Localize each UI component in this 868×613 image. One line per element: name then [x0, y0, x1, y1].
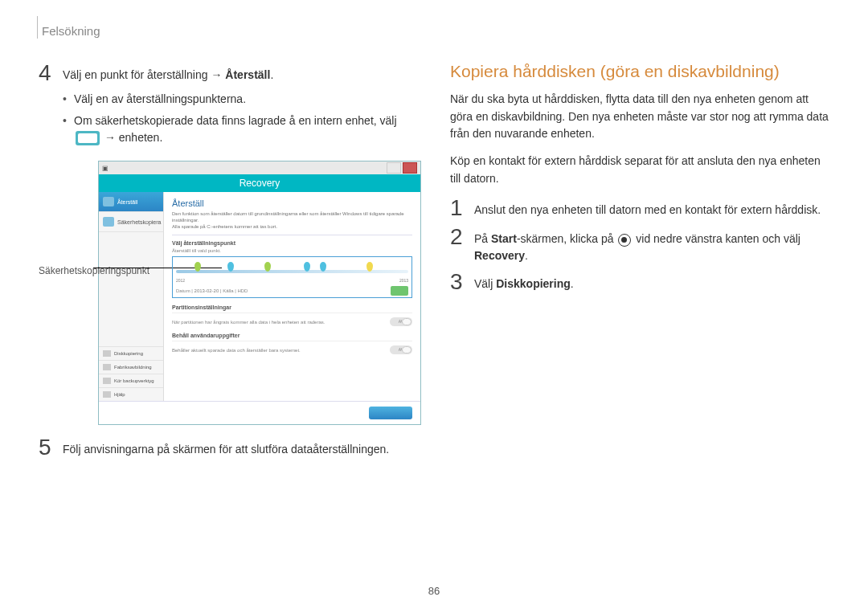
- keepdata-sub: Behåller aktuellt sparade data och åters…: [172, 348, 301, 353]
- main-desc: Den funktion som återställer datorn till…: [172, 211, 412, 235]
- callout-label: Säkerhetskopieringspunkt: [39, 265, 93, 276]
- para-1: När du ska byta ut hårddisken, flytta da…: [450, 91, 829, 143]
- keepdata-toggle[interactable]: AV: [390, 345, 412, 354]
- section-header: Felsökning: [39, 24, 829, 38]
- para-2: Köp en kontakt för extern hårddisk separ…: [450, 153, 829, 187]
- step-3-text: Välj Diskkopiering.: [474, 276, 574, 292]
- sidebar-backup[interactable]: Säkerhetskopiera: [99, 212, 163, 232]
- step-number-4: 4: [39, 62, 63, 84]
- window-titlebar: ▣: [99, 161, 420, 174]
- window-main: Återställ Den funktion som återställer d…: [164, 192, 420, 401]
- restore-pin-4[interactable]: [304, 262, 310, 272]
- step-number-3: 3: [450, 271, 474, 293]
- section-restore-point-sub: Återställl till vald punkt.: [172, 248, 412, 253]
- main-title: Återställ: [172, 198, 412, 208]
- sidebar-help[interactable]: Hjälp: [99, 387, 163, 401]
- partition-sub: När partitionen har ångrats kommer alla …: [172, 320, 325, 325]
- window-min-button[interactable]: [387, 162, 401, 174]
- window-close-button[interactable]: [403, 162, 417, 174]
- step-number-1: 1: [450, 197, 474, 219]
- section-header-text: Felsökning: [42, 24, 100, 38]
- step-number-5: 5: [39, 436, 63, 459]
- device-icon: [76, 131, 100, 145]
- restore-pin-5[interactable]: [320, 262, 326, 272]
- section-heading-disk-copy: Kopiera hårddisken (göra en diskavbildni…: [450, 62, 829, 81]
- start-button-icon: [618, 234, 631, 247]
- sidebar-diskcopy[interactable]: Diskkopiering: [99, 346, 163, 360]
- timeline-info: Datum | 2013-02-20 | Källa | HDD: [176, 288, 248, 293]
- bullet-icon: •: [63, 91, 74, 108]
- step-4-text: Välj en punkt för återställning → Återst…: [63, 67, 273, 84]
- sidebar-runbackup[interactable]: Kör backupverktyg: [99, 374, 163, 387]
- window-app-icon: ▣: [102, 165, 108, 172]
- partition-label: Partitionsinställningar: [172, 304, 412, 310]
- restore-pin-1[interactable]: [194, 262, 201, 272]
- restore-pin-2[interactable]: [227, 262, 234, 272]
- window-sidebar: Återställ Säkerhetskopiera Diskkopiering…: [99, 192, 164, 401]
- page-number: 86: [0, 585, 868, 597]
- partition-toggle[interactable]: AV: [390, 317, 412, 326]
- sidebar-factoryimage[interactable]: Fabriksavbildning: [99, 360, 163, 374]
- restore-confirm-button[interactable]: [369, 407, 412, 419]
- timeline-box: 2012 2013 Datum | 2013-02-20 | Källa | H…: [172, 256, 412, 298]
- bullet-icon: •: [63, 112, 74, 146]
- sub-bullet-2: Om säkerhetskopierade data finns lagrade…: [74, 112, 421, 146]
- backup-icon: [103, 217, 114, 227]
- step-1-text: Anslut den nya enheten till datorn med e…: [474, 202, 821, 219]
- drive-tag: [391, 286, 408, 296]
- step-number-2: 2: [450, 226, 474, 248]
- restore-pin-6[interactable]: [366, 262, 373, 272]
- restore-icon: [103, 197, 114, 206]
- timeline-track[interactable]: [176, 270, 408, 273]
- sidebar-restore[interactable]: Återställ: [99, 192, 163, 212]
- restore-pin-3[interactable]: [264, 262, 271, 272]
- step-2-text: På Start-skärmen, klicka på vid nedre vä…: [474, 231, 829, 264]
- keepdata-label: Behåll användaruppgifter: [172, 333, 412, 338]
- window-title: Recovery: [99, 174, 420, 192]
- section-restore-point-label: Välj återställningspunkt: [172, 240, 412, 246]
- recovery-window: ▣ Recovery Återställ: [98, 161, 421, 425]
- sub-bullet-1: Välj en av återställningspunkterna.: [74, 91, 246, 108]
- step-5-text: Följ anvisningarna på skärmen för att sl…: [63, 441, 389, 458]
